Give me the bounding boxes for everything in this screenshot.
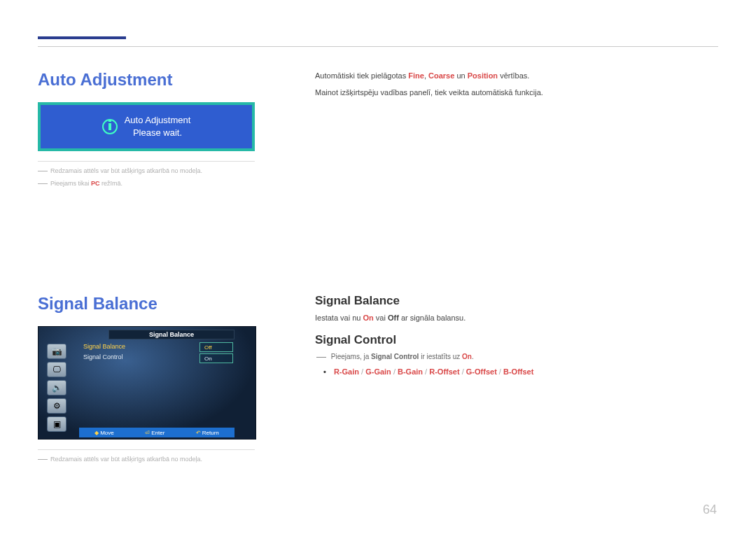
note-pc-only: Pieejams tikai PC režīmā. bbox=[38, 180, 276, 187]
osd-item-signal-control: Signal Control bbox=[79, 353, 139, 360]
osd-menu-screenshot: Signal Balance 📷 🖵 🔊 ⚙ ▣ Signal Balance … bbox=[38, 326, 256, 440]
osd-menu-list: Signal Balance Signal Control bbox=[79, 341, 197, 362]
note-model-disclaimer-2: Redzamais attēls var būt atšķirīgs atkar… bbox=[38, 456, 276, 463]
gain-offset-list: • R-Gain / G-Gain / B-Gain / R-Offset / … bbox=[323, 367, 707, 376]
signal-balance-description-column: Signal Balance Iestata vai nu On vai Off… bbox=[315, 294, 707, 376]
osd-icon-multi: ▣ bbox=[47, 416, 66, 432]
osd-value-off: Off bbox=[200, 342, 233, 352]
divider bbox=[38, 449, 255, 450]
osd-value-on: On bbox=[200, 353, 233, 363]
osd-side-icons: 📷 🖵 🔊 ⚙ ▣ bbox=[47, 344, 68, 432]
chapter-indicator-bar bbox=[38, 36, 126, 39]
auto-line2: Mainot izšķirtspēju vadības panelī, tiek… bbox=[315, 87, 707, 99]
page-number: 64 bbox=[703, 503, 717, 517]
heading-auto-adjustment: Auto Adjustment bbox=[38, 70, 276, 90]
auto-adjustment-dialog-text: Auto Adjustment Please wait. bbox=[125, 114, 191, 139]
heading-signal-balance-sub: Signal Balance bbox=[315, 294, 707, 308]
osd-icon-picture: 📷 bbox=[47, 344, 66, 359]
osd-hint-move: ◆Move bbox=[94, 430, 114, 436]
osd-value-column: Off On bbox=[200, 342, 234, 365]
auto-adjustment-description: Automātiski tiek pielāgotas Fine, Coarse… bbox=[315, 70, 707, 103]
info-icon bbox=[102, 119, 118, 134]
osd-icon-display: 🖵 bbox=[47, 362, 66, 377]
auto-adjustment-dialog: Auto Adjustment Please wait. bbox=[38, 102, 255, 151]
osd-item-signal-balance: Signal Balance bbox=[79, 343, 139, 350]
signal-balance-text: Iestata vai nu On vai Off ar signāla bal… bbox=[315, 314, 707, 322]
signal-control-availability: Pieejams, ja Signal Control ir iestatīts… bbox=[316, 353, 707, 360]
heading-signal-balance: Signal Balance bbox=[38, 294, 276, 314]
osd-icon-sound: 🔊 bbox=[47, 380, 66, 395]
osd-icon-setup: ⚙ bbox=[47, 398, 66, 414]
divider bbox=[38, 161, 255, 162]
heading-signal-control: Signal Control bbox=[315, 333, 707, 347]
osd-hint-return: ↶Return bbox=[196, 430, 219, 436]
osd-hint-enter: ⏎Enter bbox=[145, 430, 164, 436]
osd-hint-bar: ◆Move ⏎Enter ↶Return bbox=[79, 428, 234, 437]
signal-balance-left-column: Signal Balance Signal Balance 📷 🖵 🔊 ⚙ ▣ … bbox=[38, 294, 276, 468]
auto-line1: Automātiski tiek pielāgotas Fine, Coarse… bbox=[315, 70, 707, 83]
dialog-line1: Auto Adjustment bbox=[125, 114, 191, 127]
header-divider bbox=[38, 46, 718, 47]
note-model-disclaimer: Redzamais attēls var būt atšķirīgs atkar… bbox=[38, 167, 276, 174]
dialog-line2: Please wait. bbox=[125, 127, 191, 139]
osd-title: Signal Balance bbox=[108, 330, 234, 339]
auto-adjustment-left-column: Auto Adjustment Auto Adjustment Please w… bbox=[38, 70, 276, 192]
